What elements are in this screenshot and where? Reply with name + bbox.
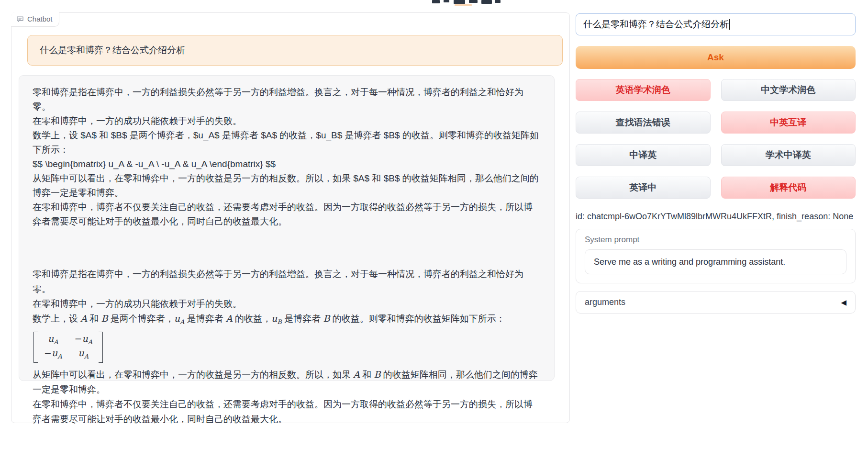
payoff-matrix: uA −uA −uA uA	[33, 332, 103, 363]
matrix-cells: uA −uA −uA uA	[38, 332, 99, 363]
bot-raw-latex-text: 零和博弈是指在博弈中，一方的利益损失必然等于另一方的利益增益。换言之，对于每一种…	[33, 85, 541, 229]
matrix-cell-r2c2: uA	[78, 348, 89, 362]
title-glyph-fragment	[444, 0, 449, 2]
clipped-page-title	[426, 0, 507, 8]
quick-action-zh-en-mutual-translate[interactable]: 中英互译	[721, 112, 856, 134]
title-glyph-fragment	[495, 0, 501, 3]
title-glyph-fragment	[454, 0, 465, 4]
matrix-cell-r1c1: uA	[48, 333, 58, 348]
bot-rendered-markdown: 零和博弈是指在博弈中，一方的利益损失必然等于另一方的利益增益。换言之，对于每一种…	[33, 267, 541, 426]
matrix-right-bracket	[99, 332, 103, 363]
user-message-text: 什么是零和博弈？结合公式介绍分析	[40, 44, 185, 56]
matrix-left-bracket	[33, 332, 38, 363]
quick-action-chinese-polish[interactable]: 中文学术润色	[721, 79, 856, 101]
bot-rendered-paragraph-4: 在零和博弈中，博弈者不仅要关注自己的收益，还需要考虑对手的收益。因为一方取得的收…	[33, 397, 541, 426]
question-input-value: 什么是零和博弈？结合公式介绍分析	[583, 18, 729, 31]
system-prompt-label: System prompt	[585, 235, 846, 245]
system-prompt-value: Serve me as a writing and programming as…	[594, 257, 785, 267]
system-prompt-card: System prompt Serve me as a writing and …	[576, 229, 856, 283]
title-glyph-fragment	[432, 0, 440, 3]
bot-message: 零和博弈是指在博弈中，一方的利益损失必然等于另一方的利益增益。换言之，对于每一种…	[19, 75, 555, 381]
title-glyph-fragment	[481, 0, 492, 4]
question-input[interactable]: 什么是零和博弈？结合公式介绍分析	[576, 13, 856, 35]
matrix-cell-r1c2: −uA	[75, 333, 93, 348]
controls-column: 什么是零和博弈？结合公式介绍分析 Ask 英语学术润色 中文学术润色 查找语法错…	[576, 13, 856, 314]
ask-button[interactable]: Ask	[576, 46, 856, 69]
chatbot-label-text: Chatbot	[27, 15, 53, 23]
text-cursor	[729, 19, 730, 30]
bot-rendered-paragraph-2: 数学上，设 A 和 B 是两个博弈者，uA 是博弈者 A 的收益，uB 是博弈者…	[33, 311, 541, 329]
title-glyph-fragment	[469, 0, 478, 3]
quick-action-english-polish[interactable]: 英语学术润色	[576, 79, 711, 101]
gradio-app: Chatbot 什么是零和博弈？结合公式介绍分析 零和博弈是指在博弈中，一方的利…	[0, 0, 868, 460]
bot-rendered-paragraph-1: 零和博弈是指在博弈中，一方的利益损失必然等于另一方的利益增益。换言之，对于每一种…	[33, 267, 541, 311]
quick-action-find-grammar-errors[interactable]: 查找语法错误	[576, 112, 711, 134]
system-prompt-input[interactable]: Serve me as a writing and programming as…	[585, 249, 846, 274]
quick-action-zh-to-en[interactable]: 中译英	[576, 144, 711, 166]
title-highlight-fragment	[455, 4, 472, 6]
chatbot-label: Chatbot	[11, 12, 59, 27]
user-message: 什么是零和博弈？结合公式介绍分析	[27, 35, 563, 66]
chatbot-panel: Chatbot 什么是零和博弈？结合公式介绍分析 零和博弈是指在博弈中，一方的利…	[11, 12, 570, 423]
arguments-accordion-label: arguments	[585, 297, 625, 307]
arguments-accordion-header[interactable]: arguments ◀	[576, 291, 856, 314]
bot-rendered-paragraph-3: 从矩阵中可以看出，在零和博弈中，一方的收益是另一方的相反数。所以，如果 A 和 …	[33, 367, 541, 397]
quick-action-explain-code[interactable]: 解释代码	[721, 177, 856, 199]
accordion-collapse-icon: ◀	[841, 298, 846, 307]
quick-action-en-to-zh[interactable]: 英译中	[576, 177, 711, 199]
quick-action-academic-zh-to-en[interactable]: 学术中译英	[721, 144, 856, 166]
quick-actions-grid: 英语学术润色 中文学术润色 查找语法错误 中英互译 中译英 学术中译英 英译中 …	[576, 79, 856, 199]
chat-bubble-icon	[16, 15, 24, 23]
matrix-cell-r2c1: −uA	[44, 348, 62, 362]
completion-status-line: id: chatcmpl-6wOo7KrYTwMl89lbrMWRu4UkFFX…	[576, 211, 856, 222]
